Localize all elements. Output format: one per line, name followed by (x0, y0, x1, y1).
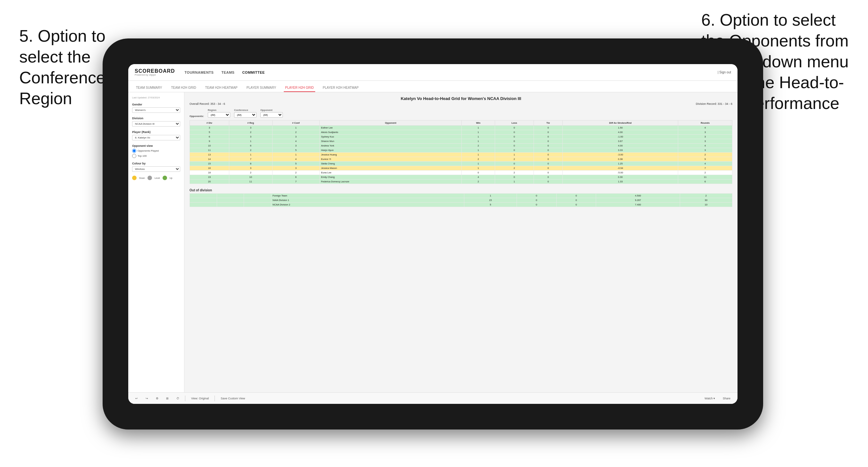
th-rounds: Rounds (678, 121, 732, 126)
opponent-view-label: Opponent view (132, 144, 180, 148)
table-row: NAIA Division 115009.26730 (190, 198, 732, 203)
radio-top100[interactable]: Top 100 (132, 154, 180, 158)
undo-button[interactable]: ↩ (133, 396, 140, 401)
table-row: 1311Jessica Huang110-3.002 (190, 153, 732, 157)
sub-nav: TEAM SUMMARY TEAM H2H GRID TEAM H2H HEAT… (128, 81, 738, 92)
colour-by-section: Colour by Win/loss (132, 162, 180, 172)
app-header: SCOREBOARD Powered by clippd TOURNAMENTS… (128, 64, 738, 81)
table-row: 633Sydney Kuo100-1.003 (190, 135, 732, 139)
sub-nav-player-h2h-heatmap[interactable]: PLAYER H2H HEATMAP (321, 84, 360, 92)
opponent-filter-label: Opponent (260, 108, 283, 112)
gender-select[interactable]: Women's (132, 107, 180, 113)
conference-filter-label: Conference (234, 108, 256, 112)
player-rank-select[interactable]: 8. Katelyn Vo (132, 135, 180, 141)
sub-nav-player-summary[interactable]: PLAYER SUMMARY (245, 84, 277, 92)
nav-committee[interactable]: COMMITTEE (242, 69, 265, 75)
sub-nav-team-h2h-heatmap[interactable]: TEAM H2H HEATMAP (204, 84, 239, 92)
records-row: Overall Record: 353 - 34 - 6 Division Re… (189, 102, 732, 105)
th-conf: # Conf (272, 121, 320, 126)
dot-down (132, 176, 136, 180)
app-logo: SCOREBOARD (135, 69, 175, 74)
division-record: Division Record: 331 - 34 - 6 (696, 102, 732, 105)
opponents-label: Opponents: (189, 115, 204, 118)
opponent-filter-group: Opponent (All) (260, 108, 283, 118)
radio-top100-label: Top 100 (137, 155, 147, 157)
table-row: 1822Euna Lee020-5.002 (190, 170, 732, 175)
tablet-device: SCOREBOARD Powered by clippd TOURNAMENTS… (103, 38, 763, 430)
main-data-table: # Div # Reg # Conf Opponent Win Loss Tie… (189, 120, 732, 184)
division-section: Division NCAA Division III (132, 117, 180, 127)
right-content: Katelyn Vo Head-to-Head Grid for Women's… (184, 92, 738, 392)
dot-up-label: Up (169, 177, 173, 179)
out-division-title: Out of division (189, 188, 732, 192)
copy-button[interactable]: ⊞ (164, 396, 170, 401)
th-div: # Div (190, 121, 229, 126)
main-nav: TOURNAMENTS TEAMS COMMITTEE (185, 69, 708, 75)
region-filter-select[interactable]: (All) (208, 112, 230, 118)
last-updated: Last Updated: 27/03/2024 (132, 96, 180, 99)
division-select[interactable]: NCAA Division III (132, 121, 180, 127)
division-label: Division (132, 117, 180, 120)
opponent-filter-select[interactable]: (All) (260, 112, 283, 118)
th-diff: Diff Av Strokes/Rnd (562, 121, 678, 126)
sign-out-link[interactable]: | Sign out (718, 70, 731, 74)
dot-up (162, 176, 167, 180)
app-logo-sub: Powered by clippd (135, 74, 175, 76)
table-row: 19106Emily Chang4000.3011 (190, 175, 732, 180)
opponent-view-options: Opponents Played Top 100 (132, 149, 180, 158)
clock-button[interactable]: ⏱ (175, 396, 181, 401)
share-button[interactable]: Share (721, 396, 732, 401)
dot-down-label: Down (139, 177, 145, 179)
th-win: Win (462, 121, 495, 126)
colour-legend: Down Level Up (132, 176, 180, 180)
table-row: 331Esther Lee1001.504 (190, 126, 732, 130)
radio-opponents-played[interactable]: Opponents Played (132, 149, 180, 153)
player-rank-section: Player (Rank) 8. Katelyn Vo (132, 130, 180, 141)
settings-button[interactable]: ⚙ (154, 396, 160, 401)
table-row: Foreign Team1004.5002 (190, 194, 732, 198)
table-row: 1585Stella Cheng1001.254 (190, 161, 732, 166)
sub-nav-player-h2h-grid[interactable]: PLAYER H2H GRID (284, 84, 315, 92)
opponent-view-section: Opponent view Opponents Played Top 100 (132, 144, 180, 158)
table-row: 1633Jessica Mason120-0.947 (190, 166, 732, 170)
region-filter-label: Region (208, 108, 230, 112)
nav-tournaments[interactable]: TOURNAMENTS (185, 69, 214, 75)
player-rank-label: Player (Rank) (132, 130, 180, 134)
toolbar-divider-2 (215, 396, 215, 401)
table-row: 20117Federica Domecq Lacroze2101.336 (190, 180, 732, 184)
report-title: Katelyn Vo Head-to-Head Grid for Women's… (189, 96, 732, 101)
watch-button[interactable]: Watch ▾ (703, 396, 717, 401)
th-tie: Tie (533, 121, 562, 126)
left-panel: Last Updated: 27/03/2024 Gender Women's … (128, 92, 184, 392)
toolbar-divider (185, 396, 185, 401)
main-content: Last Updated: 27/03/2024 Gender Women's … (128, 92, 738, 392)
dot-level-label: Level (155, 177, 160, 179)
out-division-table: Foreign Team1004.5002NAIA Division 11500… (189, 193, 732, 207)
gender-label: Gender (132, 103, 180, 106)
th-opponent: Opponent (320, 121, 462, 126)
table-row: 1063Andrea York2004.004 (190, 144, 732, 148)
colour-by-select[interactable]: Win/loss (132, 166, 180, 172)
view-original-button[interactable]: View: Original (189, 396, 211, 401)
conference-filter-group: Conference (All) (234, 108, 256, 118)
table-row: 1125Heejo Hyun1003.333 (190, 148, 732, 153)
filter-row: Opponents: Region (All) Conference (All) (189, 108, 732, 118)
redo-button[interactable]: ↪ (144, 396, 150, 401)
overall-record: Overall Record: 353 - 34 - 6 (189, 102, 225, 105)
save-custom-button[interactable]: Save Custom View (219, 396, 247, 401)
region-filter-group: Region (All) (208, 108, 230, 118)
logo-area: SCOREBOARD Powered by clippd (135, 69, 175, 76)
th-loss: Loss (495, 121, 533, 126)
conference-filter-select[interactable]: (All) (234, 112, 256, 118)
radio-opponents-played-label: Opponents Played (137, 149, 159, 152)
table-row: 522Alexis Sudjianto1004.003 (190, 130, 732, 135)
nav-teams[interactable]: TEAMS (221, 69, 235, 75)
dot-level (148, 176, 152, 180)
sub-nav-team-summary[interactable]: TEAM SUMMARY (135, 84, 163, 92)
bottom-toolbar: ↩ ↪ ⚙ ⊞ ⏱ View: Original Save Custom Vie… (128, 392, 738, 404)
table-row: NCAA Division 25007.40010 (190, 203, 732, 207)
colour-by-label: Colour by (132, 162, 180, 165)
table-header-row: # Div # Reg # Conf Opponent Win Loss Tie… (190, 121, 732, 126)
sub-nav-team-h2h-grid[interactable]: TEAM H2H GRID (170, 84, 197, 92)
table-row: 914Sharon Mun1003.673 (190, 139, 732, 144)
